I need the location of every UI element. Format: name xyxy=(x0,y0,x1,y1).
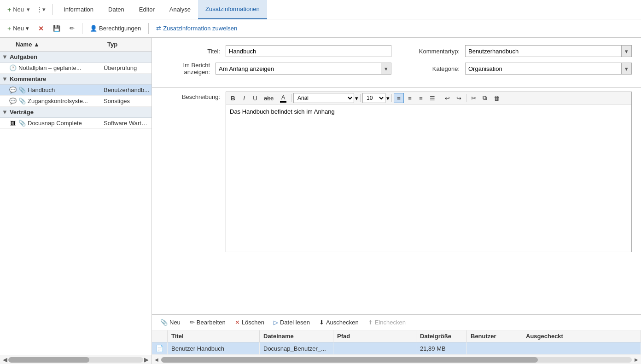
tab-daten[interactable]: Daten xyxy=(101,0,132,19)
list-button[interactable]: ☰ xyxy=(427,93,438,103)
file-row-path xyxy=(333,342,416,355)
size-dropdown-btn[interactable]: ▾ xyxy=(386,95,390,102)
font-dropdown-btn[interactable]: ▾ xyxy=(355,95,358,102)
kategorie-group: Kategorie: Organisation ▾ xyxy=(410,63,632,75)
tab-zusatzinformationen[interactable]: Zusatzinformationen xyxy=(198,0,267,19)
file-neu-button[interactable]: 📎 Neu xyxy=(157,318,183,327)
file-delete-button[interactable]: ✕ Löschen xyxy=(232,318,267,327)
redo-button[interactable]: ↪ xyxy=(454,93,464,103)
list-item[interactable]: 💬 📎 Zugangskontrolsyste... Sonstiges xyxy=(0,96,152,107)
table-row[interactable]: 📄 Benutzer Handbuch Docusnap_Benutzer_..… xyxy=(152,342,641,355)
col-type-header: Typ xyxy=(105,41,152,48)
permissions-icon: 👤 xyxy=(90,25,97,32)
pdf-icon: 📄 xyxy=(156,345,163,352)
file-row-user xyxy=(467,342,522,355)
scroll-left-icon[interactable]: ◀ xyxy=(2,356,8,363)
group-kommentare-label: Kommentare xyxy=(10,75,46,82)
list-item[interactable]: 🕐 Notfallplan – geplante... Überprüfung xyxy=(0,63,152,74)
editor-sep-2 xyxy=(360,94,361,102)
sort-arrow-icon: ▲ xyxy=(34,41,40,48)
editor-content[interactable]: Das Handbuch befindet sich im Anhang xyxy=(226,104,631,252)
toolbar-neu-button[interactable]: + Neu ▾ xyxy=(4,23,33,34)
row-type: Software Wartun... xyxy=(104,120,150,127)
align-left-button[interactable]: ≡ xyxy=(394,93,404,103)
align-right-button[interactable]: ≡ xyxy=(416,93,426,103)
tab-editor[interactable]: Editor xyxy=(132,0,162,19)
editor-sep-3 xyxy=(391,94,392,102)
toolbar-save-button[interactable]: 💾 xyxy=(49,23,64,34)
row-type: Überprüfung xyxy=(104,64,150,71)
copy-button[interactable]: ⧉ xyxy=(480,93,490,103)
scroll-right-icon[interactable]: ▶ xyxy=(143,356,150,363)
toolbar-delete-button[interactable]: ✕ xyxy=(35,23,47,34)
kategorie-dropdown-btn[interactable]: ▾ xyxy=(622,63,632,75)
col-checked-header: Ausgecheckt xyxy=(522,330,641,342)
text-color-button[interactable]: A xyxy=(277,93,289,103)
editor-toolbar: B I U abc A Arial Tim xyxy=(226,92,631,104)
file-edit-icon: ✏ xyxy=(190,319,195,326)
right-panel: Titel: Kommentartyp: Benutzerhandbuch ▾ … xyxy=(152,38,641,364)
file-read-button[interactable]: ▷ Datei lesen xyxy=(271,318,313,327)
bericht-label: Im Bericht anzeigen: xyxy=(161,62,216,75)
undo-button[interactable]: ↩ xyxy=(442,93,453,103)
left-h-scrollbar[interactable] xyxy=(8,357,143,363)
bottom-h-scrollbar[interactable] xyxy=(161,357,632,363)
toolbar-neu-label: Neu xyxy=(13,25,24,32)
plus-icon: + xyxy=(7,6,11,13)
bottom-scroll-left-icon[interactable]: ◀ xyxy=(154,357,159,362)
row-name: Zugangskontrolsyste... xyxy=(28,98,104,104)
left-panel-header: Name ▲ Typ xyxy=(0,38,152,52)
collapse-icon: ▼ xyxy=(2,109,8,116)
italic-button[interactable]: I xyxy=(239,93,249,103)
align-center-button[interactable]: ≡ xyxy=(405,93,415,103)
tree-area: ▼ Aufgaben 🕐 Notfallplan – geplante... Ü… xyxy=(0,52,152,355)
kommentartyp-select-container: Benutzerhandbuch ▾ xyxy=(465,45,632,57)
top-neu-button[interactable]: + Neu ▾ xyxy=(4,4,34,15)
top-neu-group: + Neu ▾ ⋮ ▾ xyxy=(4,4,52,15)
file-edit-button[interactable]: ✏ Bearbeiten xyxy=(187,318,228,327)
toolbar-permissions-button[interactable]: 👤 Berechtigungen xyxy=(86,23,145,34)
attach-icon: 📎 xyxy=(18,120,26,127)
file-delete-label: Löschen xyxy=(242,319,264,326)
file-checkin-button[interactable]: ⬆ Einchecken xyxy=(365,318,408,327)
edit-pencil-icon: ✏ xyxy=(70,25,75,32)
scrollbar-thumb xyxy=(8,357,89,363)
font-size-select[interactable]: 10 8 12 14 16 xyxy=(362,93,385,103)
group-kommentare[interactable]: ▼ Kommentare xyxy=(0,74,152,85)
toolbar-edit-button[interactable]: ✏ xyxy=(66,23,78,34)
font-select[interactable]: Arial Times New Roman Verdana Calibri xyxy=(293,93,354,103)
delete-button[interactable]: 🗑 xyxy=(491,93,502,103)
comment-icon: 💬 xyxy=(9,98,17,104)
bericht-select-container: Am Anfang anzeigen Am Ende anzeigen Nich… xyxy=(216,63,391,75)
underline-button[interactable]: U xyxy=(250,93,260,103)
clock-icon: 🕐 xyxy=(9,64,17,71)
bottom-scroll-right-icon[interactable]: ▶ xyxy=(634,357,639,362)
bericht-dropdown-btn[interactable]: ▾ xyxy=(381,63,391,75)
toolbar-assign-button[interactable]: ⇄ Zusatzinformation zuweisen xyxy=(152,23,241,34)
kategorie-select[interactable]: Organisation xyxy=(465,63,622,75)
file-row-title: Benutzer Handbuch xyxy=(168,342,260,355)
top-more-button[interactable]: ⋮ ▾ xyxy=(34,4,48,15)
top-neu-dropdown-icon: ▾ xyxy=(27,6,30,13)
tab-information[interactable]: Information xyxy=(56,0,101,19)
checkout-icon: ⬇ xyxy=(319,319,324,326)
group-aufgaben[interactable]: ▼ Aufgaben xyxy=(0,52,152,63)
kommentartyp-select[interactable]: Benutzerhandbuch xyxy=(465,45,622,57)
kommentartyp-group: Kommentartyp: Benutzerhandbuch ▾ xyxy=(410,45,632,57)
list-item[interactable]: 🖼 📎 Docusnap Complete Software Wartun... xyxy=(0,118,152,129)
titel-input[interactable] xyxy=(226,45,391,57)
col-path-header: Pfad xyxy=(333,330,416,342)
col-name-header: Name ▲ xyxy=(14,41,105,48)
kommentartyp-dropdown-btn[interactable]: ▾ xyxy=(622,45,632,57)
row-type: Sonstiges xyxy=(104,98,150,104)
file-checkout-button[interactable]: ⬇ Auschecken xyxy=(316,318,361,327)
group-vertraege[interactable]: ▼ Verträge xyxy=(0,107,152,118)
list-item[interactable]: 💬 📎 Handbuch Benutzerhandb... xyxy=(0,85,152,96)
tab-analyse[interactable]: Analyse xyxy=(162,0,198,19)
file-read-label: Datei lesen xyxy=(280,319,310,326)
bericht-select[interactable]: Am Anfang anzeigen Am Ende anzeigen Nich… xyxy=(216,63,381,75)
bold-button[interactable]: B xyxy=(228,93,238,103)
toolbar: + Neu ▾ ✕ 💾 ✏ 👤 Berechtigungen ⇄ Zusatzi… xyxy=(0,19,641,38)
strikethrough-button[interactable]: abc xyxy=(261,93,276,103)
cut-button[interactable]: ✂ xyxy=(468,93,479,103)
